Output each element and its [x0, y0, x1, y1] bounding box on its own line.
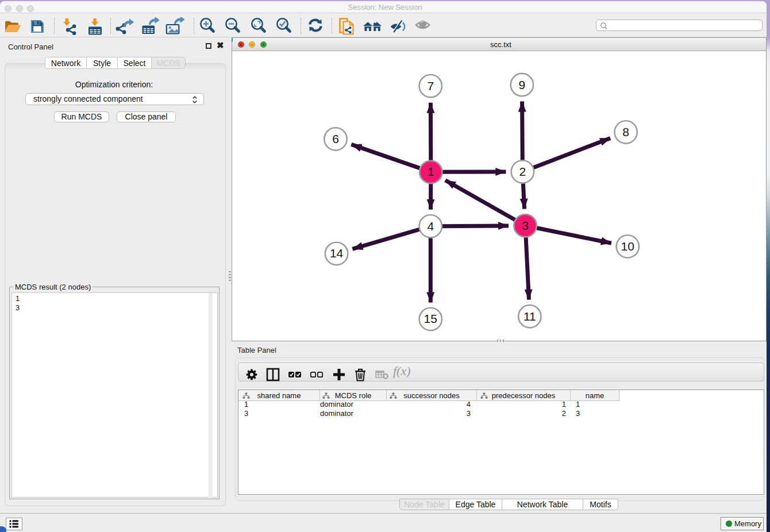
svg-text:2: 2: [519, 165, 526, 178]
svg-text:11: 11: [523, 310, 536, 323]
svg-text:3: 3: [522, 219, 529, 232]
svg-text:10: 10: [621, 240, 634, 253]
svg-text:9: 9: [519, 78, 526, 91]
svg-text:1: 1: [428, 165, 434, 178]
svg-text:8: 8: [622, 125, 629, 138]
svg-text:14: 14: [330, 246, 344, 260]
svg-text:7: 7: [427, 79, 434, 92]
svg-text:4: 4: [427, 219, 434, 233]
svg-text:6: 6: [332, 132, 339, 145]
svg-text:15: 15: [424, 312, 437, 325]
